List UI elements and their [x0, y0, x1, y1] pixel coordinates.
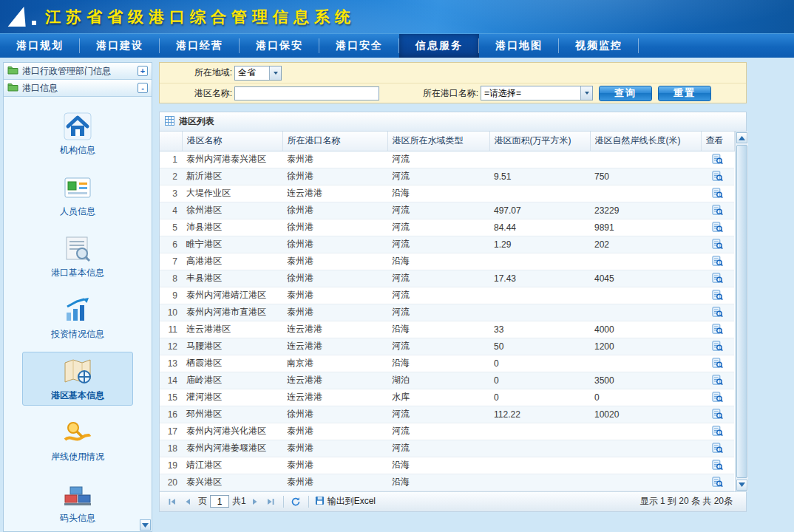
nav-tab[interactable]: 港口规划 — [0, 34, 80, 58]
app-header: 江苏省省级港口综合管理信息系统 — [0, 0, 794, 33]
table-row[interactable]: 4 徐州港区 徐州港 河流 497.07 23229 — [160, 202, 734, 219]
view-icon[interactable] — [712, 171, 723, 182]
table-row[interactable]: 10 泰州内河港市直港区 泰州港 河流 — [160, 304, 734, 321]
row-number: 18 — [160, 440, 182, 457]
view-icon[interactable] — [712, 392, 723, 403]
cell-port-area-name: 睢宁港区 — [182, 236, 282, 253]
view-icon[interactable] — [712, 154, 723, 165]
table-row[interactable]: 16 邳州港区 徐州港 河流 112.22 10020 — [160, 406, 734, 423]
sidebar-group-header[interactable]: 港口行政管理部门信息 + — [4, 63, 152, 80]
cell-area — [489, 440, 590, 457]
filter-panel: 所在地域: 全省 港区名称: 所在港口名称: =请选择= 查询 重置 — [159, 62, 747, 103]
area-name-input[interactable] — [234, 86, 379, 100]
view-icon[interactable] — [712, 426, 723, 437]
view-icon[interactable] — [712, 290, 723, 301]
view-icon[interactable] — [712, 205, 723, 216]
cell-port-name: 连云港港 — [282, 338, 387, 355]
cell-view — [701, 355, 734, 372]
port-name-select-value: =请选择= — [481, 87, 580, 100]
prev-page-button[interactable] — [181, 495, 194, 508]
sidebar-item[interactable]: 港口基本信息 — [22, 229, 133, 283]
scroll-down-button[interactable] — [736, 480, 747, 491]
column-header[interactable]: 港区自然岸线长度(米) — [590, 132, 701, 151]
nav-tab[interactable]: 港口安全 — [319, 34, 399, 58]
view-icon[interactable] — [712, 239, 723, 250]
view-icon[interactable] — [712, 256, 723, 267]
sidebar-item[interactable]: 码头信息 — [22, 474, 133, 528]
table-row[interactable]: 12 马腰港区 连云港港 河流 50 1200 — [160, 338, 734, 355]
table-header-row: 港区名称所在港口名称港区所在水域类型港区面积(万平方米)港区自然岸线长度(米)查… — [160, 132, 734, 151]
first-page-button[interactable] — [166, 495, 178, 508]
table-row[interactable]: 15 灌河港区 连云港港 水库 0 0 — [160, 389, 734, 406]
nav-tab[interactable]: 港口地图 — [479, 34, 559, 58]
group-toggle-button[interactable]: - — [138, 83, 148, 93]
table-row[interactable]: 1 泰州内河港泰兴港区 泰州港 河流 — [160, 151, 734, 168]
nav-tab[interactable]: 港口经营 — [160, 34, 240, 58]
sidebar-item[interactable]: 投资情况信息 — [22, 290, 133, 344]
port-name-select[interactable]: =请选择= — [481, 86, 593, 100]
cell-area — [489, 253, 590, 270]
column-header[interactable]: 港区面积(万平方米) — [489, 132, 590, 151]
reset-button[interactable]: 重置 — [658, 86, 711, 101]
export-excel-button[interactable]: 输出到Excel — [315, 495, 376, 508]
column-header[interactable]: 港区名称 — [182, 132, 282, 151]
table-row[interactable]: 17 泰州内河港兴化港区 泰州港 河流 — [160, 423, 734, 440]
query-button[interactable]: 查询 — [599, 86, 652, 101]
table-row[interactable]: 18 泰州内河港姜堰港区 泰州港 河流 — [160, 440, 734, 457]
column-header[interactable]: 查看 — [701, 132, 734, 151]
cell-port-area-name: 泰州内河港市直港区 — [182, 304, 282, 321]
nav-tab[interactable]: 信息服务 — [399, 34, 479, 58]
region-select[interactable]: 全省 — [234, 66, 282, 81]
view-icon[interactable] — [712, 307, 723, 318]
table-scrollbar[interactable] — [735, 132, 748, 491]
nav-tab-label: 视频监控 — [575, 39, 622, 52]
table-row[interactable]: 14 庙岭港区 连云港港 湖泊 0 3500 — [160, 372, 734, 389]
nav-tab[interactable]: 港口保安 — [240, 34, 319, 58]
view-icon[interactable] — [712, 341, 723, 352]
table-row[interactable]: 20 泰兴港区 泰州港 沿海 — [160, 474, 734, 491]
column-header[interactable]: 港区所在水域类型 — [387, 132, 489, 151]
scroll-thumb[interactable] — [736, 145, 747, 478]
table-row[interactable]: 7 高港港区 泰州港 沿海 — [160, 253, 734, 270]
sidebar-group-header[interactable]: 港口信息 - — [4, 80, 152, 97]
view-icon[interactable] — [712, 222, 723, 233]
scroll-up-button[interactable] — [736, 132, 747, 143]
refresh-button[interactable] — [290, 495, 302, 508]
page-input[interactable] — [210, 495, 229, 508]
group-toggle-button[interactable]: + — [138, 66, 148, 76]
nav-tab[interactable]: 港口建设 — [80, 34, 160, 58]
next-page-button[interactable] — [249, 495, 262, 508]
view-icon[interactable] — [712, 443, 723, 454]
table-row[interactable]: 9 泰州内河港靖江港区 泰州港 河流 — [160, 287, 734, 304]
sidebar-item[interactable]: 岸线使用情况 — [22, 413, 133, 467]
sidebar-item[interactable]: 机构信息 — [22, 106, 133, 160]
view-icon[interactable] — [712, 324, 723, 335]
view-icon[interactable] — [712, 460, 723, 471]
cell-port-area-name: 大堤作业区 — [182, 185, 282, 202]
table-row[interactable]: 2 新沂港区 徐州港 河流 9.51 750 — [160, 168, 734, 185]
table-row[interactable]: 3 大堤作业区 连云港港 沿海 — [160, 185, 734, 202]
cell-water-type: 沿海 — [387, 321, 489, 338]
table-row[interactable]: 5 沛县港区 徐州港 河流 84.44 9891 — [160, 219, 734, 236]
last-page-button[interactable] — [265, 495, 277, 508]
sidebar-item[interactable]: 人员信息 — [22, 168, 133, 222]
sidebar-item-label: 港区基本信息 — [51, 389, 104, 402]
sidebar-scroll-down-button[interactable] — [140, 519, 151, 531]
cell-area — [489, 457, 590, 474]
view-icon[interactable] — [712, 358, 723, 369]
table-row[interactable]: 11 连云港港区 连云港港 沿海 33 4000 — [160, 321, 734, 338]
port-area-table: 港区名称所在港口名称港区所在水域类型港区面积(万平方米)港区自然岸线长度(米)查… — [160, 132, 735, 491]
table-row[interactable]: 19 靖江港区 泰州港 沿海 — [160, 457, 734, 474]
table-row[interactable]: 6 睢宁港区 徐州港 河流 1.29 202 — [160, 236, 734, 253]
view-icon[interactable] — [712, 188, 723, 199]
view-icon[interactable] — [712, 409, 723, 420]
view-icon[interactable] — [712, 273, 723, 284]
sidebar-item[interactable]: 港区基本信息 — [22, 352, 133, 406]
table-row[interactable]: 13 栖霞港区 南京港 沿海 0 — [160, 355, 734, 372]
view-icon[interactable] — [712, 477, 723, 488]
view-icon[interactable] — [712, 375, 723, 386]
nav-tab[interactable]: 视频监控 — [559, 34, 639, 58]
column-header[interactable]: 所在港口名称 — [282, 132, 387, 151]
row-number: 6 — [160, 236, 182, 253]
table-row[interactable]: 8 丰县港区 徐州港 河流 17.43 4045 — [160, 270, 734, 287]
